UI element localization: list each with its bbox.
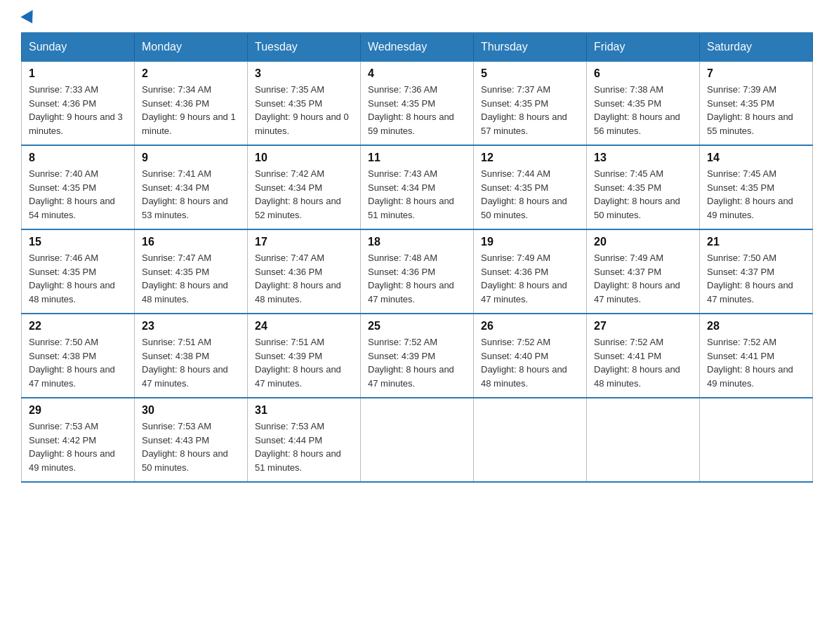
day-info: Sunrise: 7:45 AMSunset: 4:35 PMDaylight:… bbox=[594, 167, 692, 222]
day-info: Sunrise: 7:49 AMSunset: 4:36 PMDaylight:… bbox=[481, 251, 579, 306]
day-info: Sunrise: 7:44 AMSunset: 4:35 PMDaylight:… bbox=[481, 167, 579, 222]
day-number: 31 bbox=[255, 404, 353, 417]
day-number: 7 bbox=[707, 67, 805, 80]
calendar-cell: 18Sunrise: 7:48 AMSunset: 4:36 PMDayligh… bbox=[361, 229, 474, 314]
calendar-cell: 10Sunrise: 7:42 AMSunset: 4:34 PMDayligh… bbox=[248, 145, 361, 229]
calendar-cell: 30Sunrise: 7:53 AMSunset: 4:43 PMDayligh… bbox=[135, 398, 248, 482]
calendar-cell bbox=[587, 398, 700, 482]
calendar-cell: 15Sunrise: 7:46 AMSunset: 4:35 PMDayligh… bbox=[22, 229, 135, 314]
day-info: Sunrise: 7:47 AMSunset: 4:36 PMDaylight:… bbox=[255, 251, 353, 306]
day-info: Sunrise: 7:51 AMSunset: 4:39 PMDaylight:… bbox=[255, 335, 353, 390]
calendar-cell bbox=[361, 398, 474, 482]
day-number: 5 bbox=[481, 67, 579, 80]
day-info: Sunrise: 7:46 AMSunset: 4:35 PMDaylight:… bbox=[29, 251, 127, 306]
calendar-header-row: SundayMondayTuesdayWednesdayThursdayFrid… bbox=[22, 33, 813, 61]
day-number: 25 bbox=[368, 320, 466, 333]
calendar-week-row: 8Sunrise: 7:40 AMSunset: 4:35 PMDaylight… bbox=[22, 145, 813, 229]
calendar-cell: 6Sunrise: 7:38 AMSunset: 4:35 PMDaylight… bbox=[587, 61, 700, 145]
day-number: 3 bbox=[255, 67, 353, 80]
day-info: Sunrise: 7:48 AMSunset: 4:36 PMDaylight:… bbox=[368, 251, 466, 306]
day-info: Sunrise: 7:38 AMSunset: 4:35 PMDaylight:… bbox=[594, 83, 692, 137]
logo-triangle-icon bbox=[20, 10, 38, 27]
day-info: Sunrise: 7:35 AMSunset: 4:35 PMDaylight:… bbox=[255, 83, 353, 137]
day-number: 6 bbox=[594, 67, 692, 80]
day-info: Sunrise: 7:53 AMSunset: 4:43 PMDaylight:… bbox=[142, 420, 240, 474]
day-info: Sunrise: 7:33 AMSunset: 4:36 PMDaylight:… bbox=[29, 83, 127, 137]
day-number: 30 bbox=[142, 404, 240, 417]
day-number: 23 bbox=[142, 320, 240, 333]
day-number: 13 bbox=[594, 152, 692, 164]
weekday-header-tuesday: Tuesday bbox=[248, 33, 361, 61]
calendar-cell: 29Sunrise: 7:53 AMSunset: 4:42 PMDayligh… bbox=[22, 398, 135, 482]
calendar-cell: 21Sunrise: 7:50 AMSunset: 4:37 PMDayligh… bbox=[700, 229, 813, 314]
calendar-cell: 8Sunrise: 7:40 AMSunset: 4:35 PMDaylight… bbox=[22, 145, 135, 229]
day-info: Sunrise: 7:40 AMSunset: 4:35 PMDaylight:… bbox=[29, 167, 127, 222]
day-info: Sunrise: 7:45 AMSunset: 4:35 PMDaylight:… bbox=[707, 167, 805, 222]
day-number: 19 bbox=[481, 236, 579, 248]
weekday-header-sunday: Sunday bbox=[22, 33, 135, 61]
day-info: Sunrise: 7:52 AMSunset: 4:40 PMDaylight:… bbox=[481, 335, 579, 390]
day-info: Sunrise: 7:53 AMSunset: 4:44 PMDaylight:… bbox=[255, 420, 353, 474]
calendar-cell: 3Sunrise: 7:35 AMSunset: 4:35 PMDaylight… bbox=[248, 61, 361, 145]
day-info: Sunrise: 7:39 AMSunset: 4:35 PMDaylight:… bbox=[707, 83, 805, 137]
calendar-week-row: 29Sunrise: 7:53 AMSunset: 4:42 PMDayligh… bbox=[22, 398, 813, 482]
day-number: 12 bbox=[481, 152, 579, 164]
calendar-week-row: 22Sunrise: 7:50 AMSunset: 4:38 PMDayligh… bbox=[22, 314, 813, 398]
calendar-cell: 14Sunrise: 7:45 AMSunset: 4:35 PMDayligh… bbox=[700, 145, 813, 229]
calendar-cell: 1Sunrise: 7:33 AMSunset: 4:36 PMDaylight… bbox=[22, 61, 135, 145]
day-number: 2 bbox=[142, 67, 240, 80]
day-info: Sunrise: 7:50 AMSunset: 4:37 PMDaylight:… bbox=[707, 251, 805, 306]
day-info: Sunrise: 7:43 AMSunset: 4:34 PMDaylight:… bbox=[368, 167, 466, 222]
day-info: Sunrise: 7:50 AMSunset: 4:38 PMDaylight:… bbox=[29, 335, 127, 390]
calendar-cell: 9Sunrise: 7:41 AMSunset: 4:34 PMDaylight… bbox=[135, 145, 248, 229]
calendar-cell: 27Sunrise: 7:52 AMSunset: 4:41 PMDayligh… bbox=[587, 314, 700, 398]
calendar-cell: 24Sunrise: 7:51 AMSunset: 4:39 PMDayligh… bbox=[248, 314, 361, 398]
day-number: 17 bbox=[255, 236, 353, 248]
weekday-header-friday: Friday bbox=[587, 33, 700, 61]
day-number: 27 bbox=[594, 320, 692, 333]
day-number: 8 bbox=[29, 152, 127, 164]
weekday-header-wednesday: Wednesday bbox=[361, 33, 474, 61]
day-number: 9 bbox=[142, 152, 240, 164]
calendar-cell: 19Sunrise: 7:49 AMSunset: 4:36 PMDayligh… bbox=[474, 229, 587, 314]
calendar-cell: 11Sunrise: 7:43 AMSunset: 4:34 PMDayligh… bbox=[361, 145, 474, 229]
logo bbox=[21, 14, 37, 25]
day-number: 16 bbox=[142, 236, 240, 248]
calendar-cell: 13Sunrise: 7:45 AMSunset: 4:35 PMDayligh… bbox=[587, 145, 700, 229]
calendar-cell: 22Sunrise: 7:50 AMSunset: 4:38 PMDayligh… bbox=[22, 314, 135, 398]
day-number: 29 bbox=[29, 404, 127, 417]
calendar-cell: 28Sunrise: 7:52 AMSunset: 4:41 PMDayligh… bbox=[700, 314, 813, 398]
calendar-table: SundayMondayTuesdayWednesdayThursdayFrid… bbox=[21, 32, 813, 483]
calendar-cell: 5Sunrise: 7:37 AMSunset: 4:35 PMDaylight… bbox=[474, 61, 587, 145]
calendar-cell: 12Sunrise: 7:44 AMSunset: 4:35 PMDayligh… bbox=[474, 145, 587, 229]
day-number: 1 bbox=[29, 67, 127, 80]
weekday-header-saturday: Saturday bbox=[700, 33, 813, 61]
calendar-cell: 7Sunrise: 7:39 AMSunset: 4:35 PMDaylight… bbox=[700, 61, 813, 145]
calendar-cell: 16Sunrise: 7:47 AMSunset: 4:35 PMDayligh… bbox=[135, 229, 248, 314]
page-header bbox=[21, 14, 813, 25]
day-number: 22 bbox=[29, 320, 127, 333]
calendar-cell: 17Sunrise: 7:47 AMSunset: 4:36 PMDayligh… bbox=[248, 229, 361, 314]
day-info: Sunrise: 7:52 AMSunset: 4:41 PMDaylight:… bbox=[594, 335, 692, 390]
day-info: Sunrise: 7:37 AMSunset: 4:35 PMDaylight:… bbox=[481, 83, 579, 137]
day-info: Sunrise: 7:52 AMSunset: 4:39 PMDaylight:… bbox=[368, 335, 466, 390]
weekday-header-thursday: Thursday bbox=[474, 33, 587, 61]
day-number: 28 bbox=[707, 320, 805, 333]
weekday-header-monday: Monday bbox=[135, 33, 248, 61]
day-number: 18 bbox=[368, 236, 466, 248]
day-info: Sunrise: 7:51 AMSunset: 4:38 PMDaylight:… bbox=[142, 335, 240, 390]
day-number: 10 bbox=[255, 152, 353, 164]
calendar-cell bbox=[700, 398, 813, 482]
calendar-week-row: 15Sunrise: 7:46 AMSunset: 4:35 PMDayligh… bbox=[22, 229, 813, 314]
day-number: 4 bbox=[368, 67, 466, 80]
logo-blue-text bbox=[21, 14, 37, 25]
calendar-cell: 20Sunrise: 7:49 AMSunset: 4:37 PMDayligh… bbox=[587, 229, 700, 314]
calendar-week-row: 1Sunrise: 7:33 AMSunset: 4:36 PMDaylight… bbox=[22, 61, 813, 145]
day-number: 26 bbox=[481, 320, 579, 333]
calendar-cell: 31Sunrise: 7:53 AMSunset: 4:44 PMDayligh… bbox=[248, 398, 361, 482]
day-number: 24 bbox=[255, 320, 353, 333]
day-info: Sunrise: 7:41 AMSunset: 4:34 PMDaylight:… bbox=[142, 167, 240, 222]
day-info: Sunrise: 7:49 AMSunset: 4:37 PMDaylight:… bbox=[594, 251, 692, 306]
calendar-cell: 4Sunrise: 7:36 AMSunset: 4:35 PMDaylight… bbox=[361, 61, 474, 145]
calendar-cell: 25Sunrise: 7:52 AMSunset: 4:39 PMDayligh… bbox=[361, 314, 474, 398]
